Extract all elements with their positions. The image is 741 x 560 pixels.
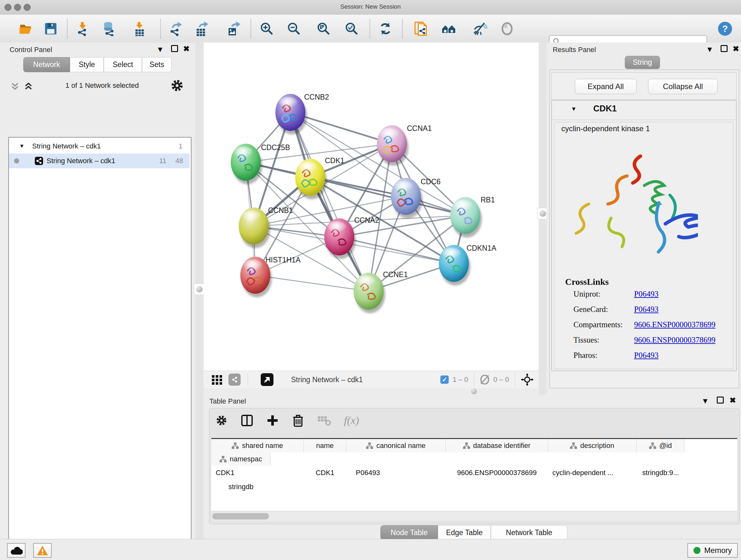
tab-edge-table[interactable]: Edge Table	[438, 525, 491, 540]
table-cell-shared-name[interactable]: CDK1	[211, 466, 304, 480]
zoom-in-button[interactable]	[259, 20, 275, 37]
tab-network-table[interactable]: Network Table	[491, 525, 567, 540]
table-panel-float-icon[interactable]	[717, 396, 724, 403]
show-all-button[interactable]	[499, 20, 515, 37]
column-tree-icon	[463, 442, 470, 449]
toolbar-separator	[369, 19, 370, 38]
hide-selected-button[interactable]	[472, 20, 488, 37]
right-splitter[interactable]	[539, 43, 546, 395]
crosslink-tissues-link[interactable]: 9606.ENSP00000378699	[634, 335, 716, 345]
network-row[interactable]: String Network – cdk1 11 48	[9, 153, 190, 168]
bottom-splitter[interactable]	[204, 388, 546, 395]
new-network-from-selection-button[interactable]	[413, 20, 430, 37]
tab-sets[interactable]: Sets	[142, 57, 172, 72]
crosshair-icon[interactable]	[521, 373, 534, 386]
export-network-button[interactable]	[167, 20, 184, 37]
table-cell-description[interactable]: cyclin-dependent ...	[548, 466, 636, 480]
import-network-from-database-button[interactable]	[102, 20, 118, 37]
table-cell-canonical-name[interactable]: P06493	[346, 466, 446, 480]
control-panel-float-icon[interactable]	[171, 45, 178, 52]
zoom-out-button[interactable]	[286, 20, 302, 37]
crosslink-genecard-link[interactable]: P06493	[634, 305, 658, 314]
control-panel-collapse-icon[interactable]: ▼	[156, 46, 164, 53]
warnings-button[interactable]	[33, 543, 52, 558]
column-header-@id[interactable]: @id	[636, 439, 684, 452]
export-table-button[interactable]	[194, 20, 210, 37]
edge-CCNA2-CDKN1A[interactable]	[339, 237, 454, 263]
network-node-CCNE1[interactable]	[354, 273, 385, 313]
first-neighbors-button[interactable]	[441, 20, 457, 37]
open-session-button[interactable]	[17, 20, 34, 37]
show-graphics-details-button[interactable]	[211, 374, 223, 385]
import-table-button[interactable]	[131, 20, 148, 37]
results-panel-close-icon[interactable]: ✖	[733, 45, 739, 53]
tab-style[interactable]: Style	[70, 57, 104, 72]
column-header-namespac[interactable]: namespac	[211, 452, 271, 466]
table-cell-@id[interactable]: stringdb:9...	[636, 466, 684, 480]
network-node-CCNA1[interactable]	[377, 125, 408, 166]
import-network-button[interactable]	[74, 20, 91, 37]
tab-node-table[interactable]: Node Table	[381, 525, 438, 540]
edge-HIST1H1A-CCNE1[interactable]	[255, 275, 368, 291]
memory-button[interactable]: Memory	[687, 543, 738, 558]
table-cell-namespac[interactable]: stringdb	[211, 480, 271, 494]
bottom-splitter-handle[interactable]	[471, 388, 477, 394]
column-header-description[interactable]: description	[548, 439, 636, 452]
cloud-button[interactable]	[7, 543, 25, 558]
network-node-CCNA2[interactable]	[324, 219, 356, 259]
table-horizontal-scrollbar[interactable]	[212, 512, 738, 521]
table-scrollbar-thumb[interactable]	[212, 513, 269, 519]
results-panel-float-icon[interactable]	[721, 45, 728, 52]
column-header-shared-name[interactable]: shared name	[211, 439, 304, 452]
tab-select[interactable]: Select	[104, 57, 142, 72]
selected-nodes-checkbox[interactable]: ✓	[441, 375, 449, 384]
string-settings-button[interactable]	[228, 374, 241, 386]
table-cell-database-identifier[interactable]: 9606.ENSP00000378699	[446, 466, 548, 480]
delete-column-icon[interactable]	[292, 414, 305, 427]
network-canvas[interactable]: CCNB2CCNA1CDC25BCDK1CDC6RB1CCNB1CCNA2CDK…	[204, 43, 539, 371]
export-image-button[interactable]	[226, 20, 242, 37]
crosslink-uniprot-link[interactable]: P06493	[634, 290, 658, 299]
delete-table-icon	[317, 415, 331, 426]
refresh-view-button[interactable]	[377, 20, 394, 37]
tab-string[interactable]: String	[625, 56, 660, 69]
zoom-fit-button[interactable]	[315, 20, 332, 37]
column-header-database-identifier[interactable]: database identifier	[446, 439, 548, 452]
collection-expand-icon[interactable]: ▼	[19, 143, 24, 149]
table-panel-close-icon[interactable]: ✖	[730, 396, 736, 404]
network-node-CCNB1[interactable]	[239, 207, 270, 248]
edge-CCNB2-CCNE1[interactable]	[290, 112, 368, 291]
control-panel-close-icon[interactable]: ✖	[183, 45, 190, 53]
column-tree-icon	[219, 456, 226, 462]
collapse-all-button[interactable]: Collapse All	[648, 79, 718, 94]
show-columns-icon[interactable]	[241, 414, 253, 427]
collapse-all-chevron-icon[interactable]	[10, 81, 20, 91]
left-splitter[interactable]	[195, 43, 204, 539]
network-collection-row[interactable]: ▼ String Network – cdk1 1	[9, 139, 190, 153]
crosslink-compartments-link[interactable]: 9606.ENSP00000378699	[634, 320, 716, 329]
column-header-name[interactable]: name	[304, 439, 346, 452]
zoom-selected-button[interactable]	[343, 20, 360, 37]
network-node-RB1[interactable]	[450, 197, 482, 238]
hidden-count: 0 – 0	[493, 375, 509, 384]
expand-all-chevron-icon[interactable]	[23, 81, 34, 91]
gene-expand-icon[interactable]: ▼	[571, 106, 577, 112]
network-node-CCNB2[interactable]	[275, 94, 307, 134]
add-column-icon[interactable]	[266, 414, 279, 427]
table-settings-gear-icon[interactable]	[215, 414, 228, 427]
network-node-CDK1[interactable]	[295, 159, 327, 199]
crosslink-pharos-link[interactable]: P06493	[634, 351, 658, 360]
table-cell-name[interactable]: CDK1	[304, 466, 346, 480]
zoom-selected-icon	[344, 21, 359, 36]
table-panel-collapse-icon[interactable]: ▼	[701, 397, 709, 405]
results-panel-collapse-icon[interactable]: ▼	[706, 46, 714, 53]
help-button[interactable]: ?	[717, 20, 733, 37]
save-session-button[interactable]	[43, 20, 59, 37]
network-node-CDKN1A[interactable]	[439, 245, 470, 286]
birds-eye-view-button[interactable]	[261, 373, 273, 386]
expand-all-button[interactable]: Expand All	[575, 79, 636, 94]
tab-network[interactable]: Network	[23, 57, 70, 72]
column-header-canonical-name[interactable]: canonical name	[346, 439, 446, 452]
network-options-gear-icon[interactable]	[171, 79, 184, 92]
network-node-CDC6[interactable]	[391, 178, 422, 219]
